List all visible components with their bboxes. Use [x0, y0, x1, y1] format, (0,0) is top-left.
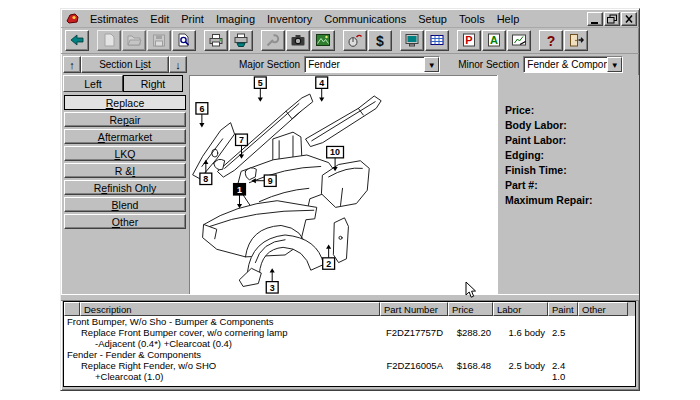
detail-label-part-: Part #:: [505, 178, 639, 193]
part-callout-4[interactable]: 4: [316, 77, 328, 102]
column-header-description[interactable]: Description: [80, 302, 380, 316]
quick-quote-dollar-button[interactable]: $: [368, 30, 392, 51]
estimates-app-icon: [65, 11, 81, 25]
menu-tools[interactable]: Tools: [453, 11, 491, 27]
chart-edit-button[interactable]: [507, 30, 531, 51]
new-document-button[interactable]: [97, 30, 121, 51]
svg-text:8: 8: [203, 174, 208, 184]
column-header-other[interactable]: Other: [578, 302, 628, 316]
chart-edit-icon: [511, 33, 527, 47]
major-section-dropdown[interactable]: Fender ▼: [304, 56, 440, 73]
profit-p-button[interactable]: P: [457, 30, 481, 51]
major-section-label: Major Section: [239, 59, 300, 70]
menu-print[interactable]: Print: [175, 11, 210, 27]
print-button[interactable]: [204, 30, 228, 51]
part-callout-2[interactable]: 2: [323, 244, 335, 269]
tab-right[interactable]: Right: [123, 75, 183, 92]
svg-text:2: 2: [326, 259, 331, 269]
table-row[interactable]: Replace Right Fender, w/o SHO F2DZ16005A…: [64, 360, 635, 371]
table-row[interactable]: Replace Front Bumper cover, w/o cornerin…: [64, 327, 635, 338]
table-row[interactable]: +Clearcoat (1.0) 1.0: [64, 371, 635, 382]
monitor-icon: [404, 33, 420, 47]
minor-section-dropdown-arrow-icon[interactable]: ▼: [607, 57, 622, 72]
data-grid-button[interactable]: [425, 30, 449, 51]
detail-label-body-labor-: Body Labor:: [505, 118, 639, 133]
camera-button[interactable]: [286, 30, 310, 51]
mouse-sync-button[interactable]: [343, 30, 367, 51]
svg-text:?: ?: [547, 33, 556, 47]
camera-icon: [290, 33, 306, 47]
part-callout-3[interactable]: 3: [266, 268, 278, 293]
operation-button-refinish-only[interactable]: Refinish Only: [64, 180, 186, 195]
close-button[interactable]: [621, 12, 637, 26]
menu-communications[interactable]: Communications: [318, 11, 412, 27]
column-header-selector[interactable]: [64, 302, 80, 316]
column-header-labor[interactable]: Labor: [493, 302, 548, 316]
open-folder-button[interactable]: [122, 30, 146, 51]
menu-estimates[interactable]: Estimates: [84, 11, 144, 27]
operation-button-blend[interactable]: Blend: [64, 197, 186, 212]
operation-button-lkq[interactable]: LKQ: [64, 146, 186, 161]
audit-a-icon: A: [486, 33, 502, 47]
table-row[interactable]: Front Bumper, W/o Sho - Bumper & Compone…: [64, 316, 635, 327]
audit-a-button[interactable]: A: [482, 30, 506, 51]
operation-button-r-i[interactable]: R & I: [64, 163, 186, 178]
detail-label-edging-: Edging:: [505, 148, 639, 163]
menu-setup[interactable]: Setup: [412, 11, 453, 27]
menu-edit[interactable]: Edit: [144, 11, 175, 27]
detail-label-price-: Price:: [505, 103, 639, 118]
monitor-button[interactable]: [400, 30, 424, 51]
detail-label-finish-time-: Finish Time:: [505, 163, 639, 178]
new-document-icon: [101, 33, 117, 47]
section-bar: ↑ Section List ↓ Major Section Fender ▼ …: [61, 54, 639, 75]
profit-p-icon: P: [461, 33, 477, 47]
exit-door-button[interactable]: [564, 30, 588, 51]
quick-quote-dollar-icon: $: [372, 33, 388, 47]
view-document-icon: [176, 33, 192, 47]
svg-text:10: 10: [330, 148, 340, 158]
data-grid-icon: [429, 33, 445, 47]
view-document-button[interactable]: [172, 30, 196, 51]
menu-help[interactable]: Help: [491, 11, 526, 27]
mouse-sync-icon: [347, 33, 363, 47]
section-down-button[interactable]: ↓: [169, 56, 187, 73]
section-list-button[interactable]: Section List: [81, 56, 169, 73]
back-arrow-icon: [69, 33, 85, 47]
back-arrow-button[interactable]: [65, 30, 89, 51]
column-header-paint[interactable]: Paint: [548, 302, 578, 316]
major-section-dropdown-arrow-icon[interactable]: ▼: [424, 57, 439, 72]
menu-imaging[interactable]: Imaging: [210, 11, 261, 27]
menu-bar: EstimatesEditPrintImagingInventoryCommun…: [61, 9, 639, 28]
column-header-price[interactable]: Price: [448, 302, 493, 316]
column-header-part-number[interactable]: Part Number: [380, 302, 448, 316]
tab-left[interactable]: Left: [63, 75, 123, 92]
estimate-lines-table: DescriptionPart NumberPriceLaborPaintOth…: [63, 301, 636, 387]
image-viewer-button[interactable]: [311, 30, 335, 51]
save-disk-button[interactable]: [147, 30, 171, 51]
svg-text:4: 4: [319, 78, 324, 88]
exploded-parts-diagram: 12345678910: [190, 76, 497, 294]
operation-button-replace[interactable]: Replace: [64, 95, 186, 110]
print-collated-icon: [233, 33, 249, 47]
restore-button[interactable]: [604, 12, 620, 26]
print-collated-button[interactable]: [229, 30, 253, 51]
help-question-button[interactable]: ?: [539, 30, 563, 51]
minimize-button[interactable]: [587, 12, 603, 26]
svg-text:6: 6: [199, 104, 204, 114]
table-row[interactable]: Fender - Fender & Components: [64, 349, 635, 360]
save-disk-icon: [151, 33, 167, 47]
minor-section-dropdown[interactable]: Fender & Components ▼: [523, 56, 623, 73]
operation-button-other[interactable]: Other: [64, 214, 186, 229]
part-callout-5[interactable]: 5: [254, 77, 266, 102]
part-callout-6[interactable]: 6: [196, 103, 208, 128]
help-question-icon: ?: [543, 33, 559, 47]
wrench-tools-button[interactable]: [261, 30, 285, 51]
operation-button-aftermarket[interactable]: Aftermarket: [64, 129, 186, 144]
menu-inventory[interactable]: Inventory: [261, 11, 318, 27]
section-up-button[interactable]: ↑: [63, 56, 81, 73]
table-row[interactable]: -Adjacent (0.4*) +Clearcoat (0.4): [64, 338, 635, 349]
splitter-handle[interactable]: [61, 294, 639, 301]
operation-button-repair[interactable]: Repair: [64, 112, 186, 127]
svg-text:5: 5: [258, 78, 263, 88]
open-folder-icon: [126, 33, 142, 47]
